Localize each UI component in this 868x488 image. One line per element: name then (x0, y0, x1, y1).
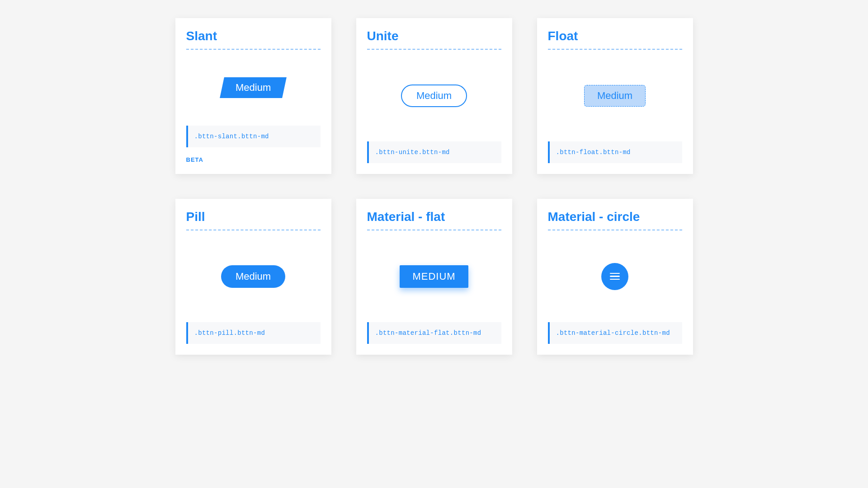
card-title: Material - circle (548, 210, 682, 224)
code-snippet: .bttn-material-circle.bttn-md (548, 322, 682, 344)
divider (548, 49, 682, 50)
demo-area: Medium (186, 245, 321, 308)
beta-badge: BETA (186, 156, 321, 163)
divider (186, 49, 321, 50)
hamburger-icon (610, 271, 620, 282)
demo-area: Medium (548, 64, 682, 127)
demo-area: Medium (186, 64, 321, 111)
card-material-flat: Material - flat MEDIUM .bttn-material-fl… (356, 199, 512, 355)
float-button[interactable]: Medium (584, 85, 646, 107)
divider (186, 230, 321, 230)
code-snippet: .bttn-material-flat.bttn-md (367, 322, 501, 344)
card-title: Float (548, 29, 682, 43)
button-label: Medium (236, 82, 271, 94)
card-float: Float Medium .bttn-float.bttn-md (537, 18, 693, 174)
card-unite: Unite Medium .bttn-unite.bttn-md (356, 18, 512, 174)
demo-area: MEDIUM (367, 245, 501, 308)
material-flat-button[interactable]: MEDIUM (400, 265, 468, 288)
demo-area (548, 245, 682, 308)
button-style-grid: Slant Medium .bttn-slant.bttn-md BETA Un… (104, 18, 764, 355)
divider (548, 230, 682, 230)
code-snippet: .bttn-pill.bttn-md (186, 322, 321, 344)
divider (367, 49, 501, 50)
card-slant: Slant Medium .bttn-slant.bttn-md BETA (175, 18, 331, 174)
divider (367, 230, 501, 230)
unite-button[interactable]: Medium (401, 84, 467, 107)
code-snippet: .bttn-float.bttn-md (548, 141, 682, 163)
card-pill: Pill Medium .bttn-pill.bttn-md (175, 199, 331, 355)
card-title: Unite (367, 29, 501, 43)
card-title: Slant (186, 29, 321, 43)
material-circle-button[interactable] (601, 263, 628, 290)
code-snippet: .bttn-unite.bttn-md (367, 141, 501, 163)
slant-button[interactable]: Medium (220, 77, 287, 98)
card-title: Material - flat (367, 210, 501, 224)
code-snippet: .bttn-slant.bttn-md (186, 126, 321, 147)
demo-area: Medium (367, 64, 501, 127)
pill-button[interactable]: Medium (221, 265, 285, 288)
card-title: Pill (186, 210, 321, 224)
card-material-circle: Material - circle .bttn-material-circle.… (537, 199, 693, 355)
